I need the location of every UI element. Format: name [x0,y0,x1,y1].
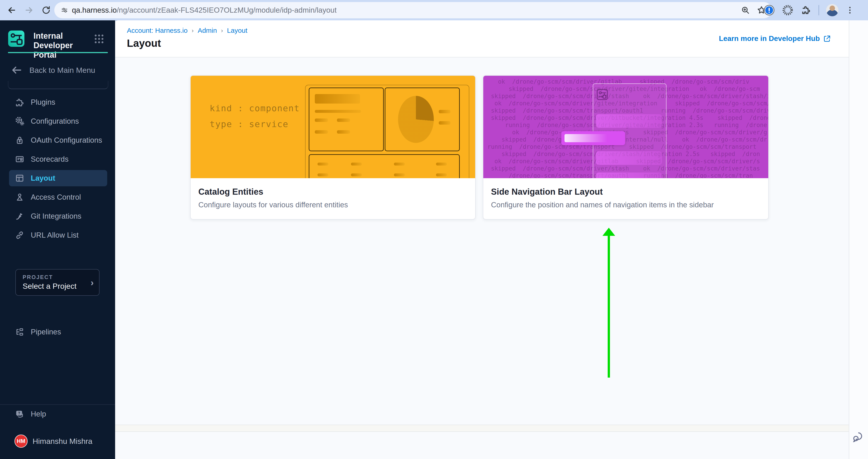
sidebar-item-label: URL Allow List [31,231,79,239]
catalog-entities-card[interactable]: kind : component type : service [190,75,475,220]
chevron-separator-icon: › [221,27,223,34]
scorecard-icon [14,154,25,164]
side-navigation-bar-layout-card[interactable]: ok /drone/go-scm/scm/driver/gitlab skipp… [483,75,769,220]
card-description: Configure the position and names of navi… [491,201,714,209]
back-to-main-menu-label: Back to Main Menu [29,66,95,75]
url-path: /ng/account/zEaak-FLS425IEO7OLzMUg/modul… [117,6,337,14]
card-title: Catalog Entities [198,187,263,197]
url-text[interactable]: qa.harness.io/ng/account/zEaak-FLS425IEO… [72,6,337,14]
onepassword-extension-icon[interactable] [763,4,775,16]
sidebar-item-label: OAuth Configurations [31,136,102,144]
illustration-panel-table [309,154,460,178]
sidebar-item-label: Scorecards [31,155,68,163]
illustration-yaml-kind: kind : component [210,103,300,113]
sidebar-curved-divider [8,81,108,89]
illustration-yaml-type: type : service [210,119,288,129]
configurations-icon [14,116,25,126]
breadcrumb-admin[interactable]: Admin [198,27,217,34]
sidebar-item-label: Help [31,410,46,418]
green-up-arrow-annotation-line [608,235,610,378]
toolbar-extensions-area [763,0,855,20]
help-chat-icon: ? [14,409,25,419]
sidebar-item-layout[interactable]: Layout [9,170,107,186]
sidebar-item-oauth-configurations[interactable]: OAuth Configurations [9,132,107,148]
spinner-extension-icon[interactable] [782,4,794,16]
project-selector[interactable]: PROJECT Select a Project › [16,269,99,296]
illustration-panel-chart [385,88,460,151]
sidebar-item-plugins[interactable]: Plugins [9,94,107,110]
illustration-dragged-nav-bar [561,131,625,145]
illustration-nav-bar [596,151,662,165]
external-link-icon [823,35,831,43]
reload-icon [41,5,51,15]
git-branch-icon [14,211,25,221]
chevron-separator-icon: › [191,27,194,34]
layout-icon [14,173,25,184]
sidebar-item-help[interactable]: ? Help [9,406,107,422]
chevron-right-icon: › [91,278,94,288]
browser-menu-icon[interactable] [845,6,855,15]
url-host: qa.harness.io [72,6,117,14]
plugins-icon [14,97,25,107]
toolbar-separator [818,5,819,15]
pie-chart-shape [398,96,434,143]
sidebar-item-configurations[interactable]: Configurations [9,113,107,129]
sidebar-item-label: Git Integrations [31,212,82,221]
user-name: Himanshu Mishra [33,437,93,446]
sidebar-item-label: Configurations [31,117,79,126]
lock-icon [14,135,25,145]
breadcrumb-account[interactable]: Account: Harness.io [127,27,187,34]
sidebar-item-label: Access Control [31,193,81,201]
zoom-page-icon[interactable] [741,5,750,15]
sidebar-item-git-integrations[interactable]: Git Integrations [9,208,107,224]
right-gutter [849,20,868,459]
illustration-nav-bar [596,172,662,178]
breadcrumb-layout[interactable]: Layout [227,27,247,34]
main-content: Account: Harness.io › Admin › Layout Lay… [115,20,849,459]
browser-forward-button[interactable] [22,0,36,20]
teal-accent-divider [8,52,108,53]
person-icon [14,192,25,202]
screen: qa.harness.io/ng/account/zEaak-FLS425IEO… [0,0,868,459]
side-nav-illustration: ok /drone/go-scm/scm/driver/gitlab skipp… [483,76,768,178]
svg-text:?: ? [18,411,20,415]
content-footer-band [115,425,849,432]
layout-page-body: kind : component type : service [115,58,849,459]
extensions-puzzle-icon[interactable] [800,4,812,16]
browser-back-button[interactable] [4,0,19,20]
module-grid-icon[interactable] [92,32,106,46]
sidebar-bottom-divider [0,404,115,405]
illustration-idp-logo-outline [596,89,608,101]
illustration-panel-about [309,88,384,151]
back-icon [7,5,17,15]
card-title: Side Navigation Bar Layout [491,187,603,197]
back-to-main-menu[interactable]: Back to Main Menu [0,64,115,76]
sidebar-item-label: Pipelines [31,328,61,336]
learn-more-link[interactable]: Learn more in Developer Hub [719,34,831,43]
product-title: Internal Developer Portal [33,31,95,60]
sidebar-item-label: Layout [31,174,55,183]
sidebar: Internal Developer Portal Back to Main M… [0,20,115,459]
breadcrumb: Account: Harness.io › Admin › Layout [127,27,247,34]
sidebar-item-label: Plugins [31,98,55,106]
sidebar-item-scorecards[interactable]: Scorecards [9,151,107,167]
card-description: Configure layouts for various different … [198,201,348,209]
arrow-left-icon [11,64,23,76]
sidebar-item-pipelines[interactable]: Pipelines [9,324,107,340]
sidebar-item-access-control[interactable]: Access Control [9,189,107,205]
site-settings-icon[interactable] [60,6,69,14]
link-icon [14,230,25,240]
browser-reload-button[interactable] [39,0,53,20]
illustration-nav-bar [596,114,662,128]
sidebar-item-url-allow-list[interactable]: URL Allow List [9,227,107,243]
browser-profile-avatar[interactable] [826,4,839,17]
chat-support-icon[interactable] [852,430,865,443]
learn-more-label: Learn more in Developer Hub [719,34,820,43]
browser-toolbar: qa.harness.io/ng/account/zEaak-FLS425IEO… [0,0,868,21]
user-avatar: HM [14,434,28,448]
page-title: Layout [127,37,161,49]
idp-logo [8,31,24,47]
user-profile[interactable]: HM Himanshu Mishra [14,434,93,448]
page-header: Account: Harness.io › Admin › Layout Lay… [115,20,849,58]
address-bar[interactable]: qa.harness.io/ng/account/zEaak-FLS425IEO… [54,2,772,18]
